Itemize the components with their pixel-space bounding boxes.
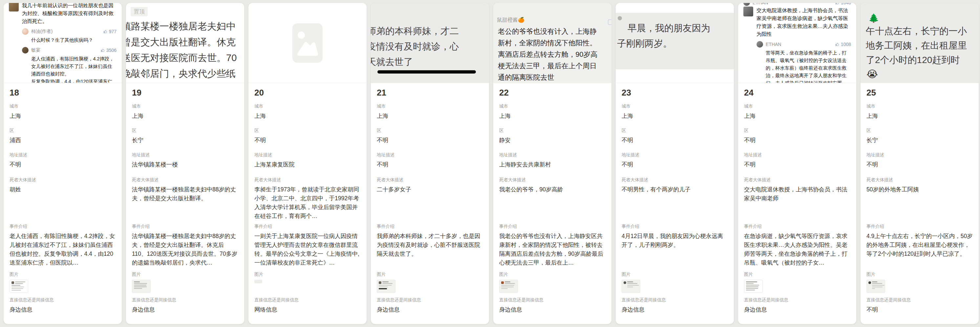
field-value-direct: 身边信息 <box>499 305 606 314</box>
field-value-deceased: 不明男性，有个两岁的儿子 <box>622 185 728 194</box>
field-label-city: 城市 <box>867 104 973 109</box>
field-value-event: 老人住浦西，有陈旧性脑梗，4.2摔跤，女儿被封在浦东过不了江，妹妹们虽住浦西但也… <box>10 232 116 267</box>
card-cover-screenshot: 鼠甜橙酱🍊 老公的爷爷也没有计入，上海静 新村，全家阴的情况下他阳性。 离酒店后… <box>493 3 611 83</box>
field-value-deceased: 法华镇路某楼一楼独居老夫妇中88岁的丈夫，曾经是交大出版社翻译。 <box>132 185 238 203</box>
gallery-card-25[interactable]: 🌲 午十点左右，长宁的一小 地务工阿姨，在出租屋里 了2个小时的120赶到时 😭… <box>860 3 979 324</box>
image-thumbnail[interactable] <box>499 280 518 293</box>
card-cover-screenshot: 我几十年前就认识的一位胡姓朋友也是因为封控、核酸检测等原因没有得到及时救治而死亡… <box>3 3 122 83</box>
gallery-card-22[interactable]: 鼠甜橙酱🍊 老公的爷爷也没有计入，上海静 新村，全家阴的情况下他阳性。 离酒店后… <box>493 3 612 324</box>
redaction-bar <box>377 70 476 73</box>
gallery-card-23[interactable]: 早晨，我的朋友因为 子刚刚两岁。 23 城市上海 区不明 地址描述不明 死者大体… <box>616 3 734 324</box>
like-count: 1008 <box>835 42 851 47</box>
field-label-deceased: 死者大体描述 <box>132 177 238 183</box>
field-value-event: 4月12日早晨，我的朋友因为心梗永远离开了，儿子刚刚两岁。 <box>622 232 728 249</box>
field-label-district: 区 <box>10 128 116 134</box>
avatar <box>22 28 29 35</box>
commenter-name: 敏宴 <box>31 47 98 53</box>
field-value-address: 上海某康复医院 <box>255 160 361 169</box>
field-label-deceased: 死者大体描述 <box>499 177 606 183</box>
wechat-reply-text: 什么时候？生了其他疾病吗？ <box>31 37 116 44</box>
field-label-city: 城市 <box>10 104 116 109</box>
field-label-address: 地址描述 <box>255 152 361 158</box>
field-value-district: 浦西 <box>10 136 116 145</box>
field-label-direct: 直接信息还是间接信息 <box>255 297 361 303</box>
field-value-event: 一则关于上海某康复医院一位病人因疫情管理无人护理而去世的文章在微信群里流转。最早… <box>255 232 361 267</box>
field-value-district: 不明 <box>744 136 850 145</box>
field-value-direct: 身边信息 <box>744 305 850 314</box>
field-label-event: 事件介绍 <box>377 223 483 230</box>
field-value-direct: 身边信息 <box>377 305 483 314</box>
avatar <box>743 6 753 16</box>
cover-text-line: 地务工阿姨，在出租屋里 <box>866 38 979 53</box>
card-number: 21 <box>377 88 483 104</box>
field-value-city: 上海 <box>377 112 483 121</box>
commenter-name: ETHAN <box>766 42 833 47</box>
image-thumbnail[interactable] <box>132 280 151 293</box>
field-value-event: 我老公的爷爷也没有计入，上海静安区共康新村，全家阴的情况下他阳性，被转去隔离酒店… <box>499 232 606 267</box>
field-value-deceased: 50岁的外地务工阿姨 <box>867 185 973 194</box>
wechat-reply-text: 苦等两天，坐在急诊角落的椅子上，打吊瓶、吸氧气（被封控的子女设法送去的，杯水车薪… <box>766 49 851 83</box>
field-value-city: 上海 <box>744 112 850 121</box>
commenter-name: 柿油(作者) <box>31 29 101 35</box>
crying-emoji: 😭 <box>867 67 979 81</box>
cover-text-line: 子刚刚两岁。 <box>617 36 734 51</box>
like-count: 3506 <box>101 48 116 53</box>
cover-text-line: 晚敲邻居门，央求代少些纸 <box>126 65 244 81</box>
avatar <box>9 3 19 11</box>
field-value-address: 上海静安去共康新村 <box>499 160 606 169</box>
field-label-address: 地址描述 <box>744 152 850 158</box>
thumbs-up-icon <box>835 3 840 5</box>
field-label-city: 城市 <box>255 104 361 109</box>
wechat-reply-text: 老人住浦西，有陈旧性脑梗，4.2摔跤，女儿被封在浦东过不了江，妹妹们虽住浦西但也… <box>31 55 116 83</box>
cover-text-line: 老公的爷爷也没有计入，上海静 <box>498 26 611 37</box>
field-value-district: 长宁 <box>132 136 238 145</box>
field-label-direct: 直接信息还是间接信息 <box>499 297 606 303</box>
image-thumbnail[interactable] <box>744 280 763 293</box>
image-thumbnail[interactable] <box>622 280 640 293</box>
gallery-card-20[interactable]: 20 城市上海 区不明 地址描述上海某康复医院 死者大体描述李昶生于1973年，… <box>248 3 367 324</box>
field-value-address: 不明 <box>622 160 728 169</box>
card-cover-screenshot: 早晨，我的朋友因为 子刚刚两岁。 <box>616 3 734 83</box>
image-thumbnail[interactable] <box>867 280 885 293</box>
cover-text-line: 天就去世了 <box>371 54 489 70</box>
image-thumbnail[interactable] <box>255 280 262 283</box>
field-label-image: 图片 <box>10 271 116 278</box>
field-label-district: 区 <box>744 128 850 134</box>
cover-text-line: 师弟的本科师妹，才二 <box>371 23 489 39</box>
card-cover-screenshot: 师弟的本科师妹，才二 疫情没有及时就诊，心 天就去世了 <box>371 3 489 83</box>
gallery-card-24[interactable]: ETHAN 1040 交大电院退休教授，上海书协会员，书法家吴中南老师在急诊病逝… <box>738 3 857 324</box>
image-thumbnail[interactable] <box>377 280 396 293</box>
field-label-event: 事件介绍 <box>499 223 606 230</box>
field-value-event: 在急诊病逝，缺少氧气等医疗资源，哀求医生求职未果…夫人亦感染为阳性。吴老师苦等两… <box>744 232 850 267</box>
gallery-card-19[interactable]: 置顶 镇路某楼一楼独居老夫妇中 曾是交大出版社翻译。休克 送医无对接医院而去世。… <box>126 3 245 324</box>
field-label-deceased: 死者大体描述 <box>867 177 973 183</box>
image-thumbnail[interactable] <box>10 280 28 293</box>
cover-text-line: 新村，全家阴的情况下他阳性。 <box>498 37 611 49</box>
field-label-direct: 直接信息还是间接信息 <box>132 297 238 303</box>
field-label-address: 地址描述 <box>622 152 728 158</box>
thumbs-up-icon <box>608 19 611 25</box>
card-cover-placeholder <box>248 3 367 83</box>
gallery-card-21[interactable]: 师弟的本科师妹，才二 疫情没有及时就诊，心 天就去世了 21 城市上海 区不明 … <box>371 3 489 324</box>
field-value-direct: 身边信息 <box>132 305 238 314</box>
pinned-badge: 置顶 <box>130 7 148 16</box>
field-value-address: 不明 <box>744 160 850 169</box>
field-value-direct: 网络信息 <box>255 305 361 314</box>
field-label-district: 区 <box>132 128 238 134</box>
field-label-direct: 直接信息还是间接信息 <box>10 297 116 303</box>
field-value-address: 不明 <box>10 160 116 169</box>
field-label-image: 图片 <box>867 271 973 278</box>
cover-text-line: 通的隔离医院去世 <box>498 72 611 83</box>
field-label-district: 区 <box>499 128 606 134</box>
card-cover-screenshot: 🌲 午十点左右，长宁的一小 地务工阿姨，在出租屋里 了2个小时的120赶到时 😭 <box>861 3 979 83</box>
card-number: 20 <box>255 88 361 104</box>
like-count: 1040 <box>835 3 851 5</box>
field-label-deceased: 死者大体描述 <box>10 177 116 183</box>
field-value-address: 法华镇路某楼一楼 <box>132 160 238 169</box>
field-label-event: 事件介绍 <box>255 223 361 230</box>
field-label-deceased: 死者大体描述 <box>377 177 483 183</box>
field-value-deceased: 胡姓 <box>10 185 116 194</box>
field-label-image: 图片 <box>377 271 483 278</box>
gallery-card-18[interactable]: 我几十年前就认识的一位胡姓朋友也是因为封控、核酸检测等原因没有得到及时救治而死亡… <box>3 3 122 324</box>
thumbs-up-icon <box>101 48 105 53</box>
